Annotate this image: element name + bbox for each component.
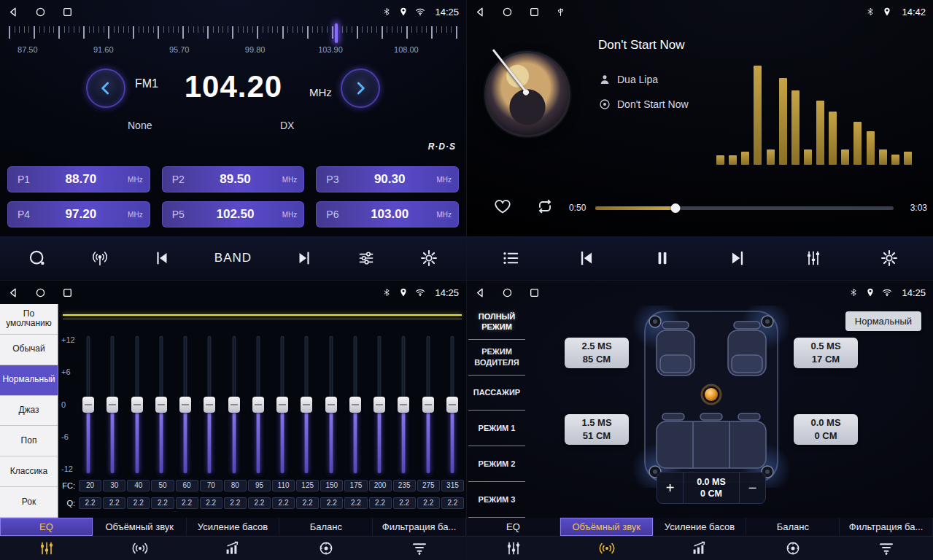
tab-eq-icon-button[interactable] — [467, 537, 560, 560]
home-button[interactable] — [34, 287, 47, 299]
tab-eq-icon-button[interactable] — [0, 537, 93, 560]
preset-button-p2[interactable]: P289.50MHz — [162, 166, 305, 192]
settings-button[interactable] — [880, 249, 899, 268]
tab-bass-boost[interactable]: Усиление басов — [654, 518, 747, 536]
eq-band-slider[interactable] — [322, 336, 341, 473]
eq-band-slider[interactable] — [419, 336, 438, 473]
tab-eq[interactable]: EQ — [467, 518, 560, 536]
mode-item[interactable]: РЕЖИМ ВОДИТЕЛЯ — [468, 340, 525, 376]
tab-eq[interactable]: EQ — [0, 518, 93, 536]
eq-slider-handle[interactable] — [179, 397, 191, 413]
frequency-scale[interactable]: 87.5091.6095.7099.80103.90108.00 — [9, 25, 457, 60]
eq-slider-handle[interactable] — [107, 397, 118, 413]
preset-button-p4[interactable]: P497.20MHz — [7, 201, 150, 228]
delay-decrease-button[interactable]: − — [739, 472, 765, 503]
favorite-button[interactable] — [493, 197, 512, 218]
tab-surround-sound-icon-button[interactable] — [93, 537, 187, 560]
home-button[interactable] — [501, 6, 514, 18]
tab-surround-sound-icon-button[interactable] — [560, 537, 654, 560]
eq-band-slider[interactable] — [128, 336, 147, 473]
eq-band-slider[interactable] — [249, 336, 268, 473]
seek-thumb[interactable] — [671, 203, 681, 213]
eq-slider-handle[interactable] — [398, 397, 409, 413]
pause-button[interactable] — [653, 249, 672, 268]
tab-balance[interactable]: Баланс — [279, 518, 373, 536]
tab-bass-boost-icon-button[interactable] — [654, 537, 747, 560]
tab-filter[interactable]: Фильтрация ба... — [840, 518, 933, 536]
seek-next-button[interactable] — [295, 249, 313, 267]
eq-slider-handle[interactable] — [252, 397, 264, 413]
tune-down-button[interactable] — [86, 69, 125, 108]
eq-preset-item[interactable]: Рок — [0, 487, 58, 518]
audio-settings-button[interactable] — [357, 249, 376, 268]
equalizer-button[interactable] — [804, 249, 823, 268]
tab-balance[interactable]: Баланс — [746, 518, 840, 536]
eq-slider-handle[interactable] — [228, 397, 240, 413]
eq-band-slider[interactable] — [79, 336, 98, 473]
eq-slider-handle[interactable] — [204, 397, 215, 413]
delay-rear-right-button[interactable]: 0.0 MS 0 CM — [794, 414, 858, 445]
mode-item[interactable]: ПОЛНЫЙ РЕЖИМ — [468, 304, 525, 340]
eq-preset-item[interactable]: Нормальный — [0, 365, 58, 396]
eq-preset-item[interactable]: Поп — [0, 426, 58, 456]
eq-band-slider[interactable] — [176, 336, 195, 473]
tab-filter-icon-button[interactable] — [373, 537, 466, 560]
eq-slider-handle[interactable] — [82, 397, 94, 413]
eq-band-slider[interactable] — [394, 336, 413, 473]
delay-rear-left-button[interactable]: 1.5 MS 51 CM — [565, 414, 629, 445]
delay-front-left-button[interactable]: 2.5 MS 85 CM — [565, 338, 629, 368]
seek-previous-button[interactable] — [153, 249, 171, 267]
eq-preset-item[interactable]: Классика — [0, 456, 58, 487]
back-button[interactable] — [474, 6, 487, 18]
eq-slider-handle[interactable] — [301, 397, 312, 413]
eq-band-slider[interactable] — [443, 336, 462, 473]
eq-band-slider[interactable] — [200, 336, 219, 473]
recents-button[interactable] — [528, 6, 541, 18]
eq-band-slider[interactable] — [103, 336, 122, 473]
eq-slider-handle[interactable] — [446, 397, 458, 413]
recents-button[interactable] — [528, 287, 541, 299]
recents-button[interactable] — [61, 287, 74, 299]
repeat-button[interactable] — [535, 197, 554, 218]
eq-band-slider[interactable] — [273, 336, 292, 473]
tab-bass-boost[interactable]: Усиление басов — [187, 518, 280, 536]
back-button[interactable] — [7, 287, 20, 299]
home-button[interactable] — [501, 287, 514, 299]
previous-track-button[interactable] — [577, 249, 596, 268]
eq-preset-item[interactable]: Джаз — [0, 396, 58, 427]
recents-button[interactable] — [61, 6, 74, 18]
eq-slider-handle[interactable] — [276, 397, 288, 413]
eq-band-slider[interactable] — [346, 336, 365, 473]
tab-surround-sound[interactable]: Объёмный звук — [93, 518, 187, 536]
eq-slider-handle[interactable] — [349, 397, 361, 413]
eq-slider-handle[interactable] — [422, 397, 434, 413]
playlist-button[interactable] — [501, 249, 520, 268]
eq-slider-handle[interactable] — [131, 397, 143, 413]
frequency-pointer[interactable] — [335, 23, 338, 43]
eq-band-slider[interactable] — [297, 336, 316, 473]
preset-button-p1[interactable]: P188.70MHz — [7, 166, 150, 192]
mode-item[interactable]: ПАССАЖИР — [468, 376, 525, 411]
settings-button[interactable] — [419, 249, 438, 268]
tab-bass-boost-icon-button[interactable] — [187, 537, 280, 560]
mode-item[interactable]: РЕЖИМ 2 — [468, 446, 525, 482]
eq-band-slider[interactable] — [152, 336, 171, 473]
delay-front-right-button[interactable]: 0.5 MS 17 CM — [794, 338, 858, 368]
profile-button[interactable]: Нормальный — [845, 311, 921, 331]
scan-button[interactable] — [28, 249, 47, 268]
seek-bar[interactable] — [595, 206, 894, 210]
back-button[interactable] — [7, 6, 20, 18]
tune-up-button[interactable] — [341, 69, 380, 108]
preset-button-p3[interactable]: P390.30MHz — [316, 166, 459, 192]
eq-slider-handle[interactable] — [373, 397, 385, 413]
eq-band-slider[interactable] — [225, 336, 244, 473]
tab-balance-icon-button[interactable] — [746, 537, 840, 560]
stations-button[interactable] — [90, 249, 109, 268]
back-button[interactable] — [474, 287, 487, 299]
next-track-button[interactable] — [728, 249, 747, 268]
eq-band-slider[interactable] — [370, 336, 389, 473]
tab-balance-icon-button[interactable] — [279, 537, 373, 560]
eq-slider-handle[interactable] — [325, 397, 337, 413]
home-button[interactable] — [34, 6, 47, 18]
delay-increase-button[interactable]: + — [657, 472, 684, 503]
